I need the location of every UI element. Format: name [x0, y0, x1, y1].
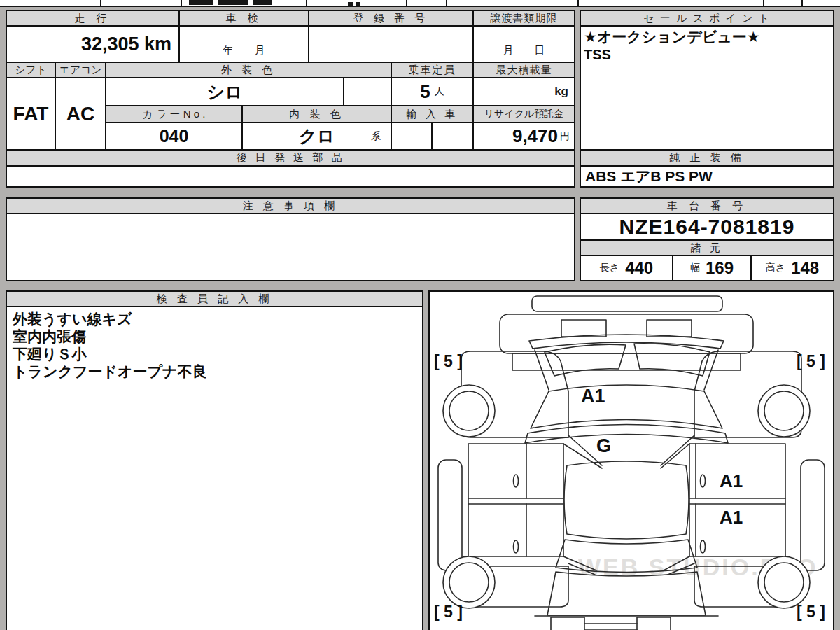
- exterior-color-header: 外 装 色: [106, 63, 392, 78]
- spec-width-cell: 幅 169: [673, 256, 752, 280]
- auction-sheet-page: 走 行 車 検 登 録 番 号 譲渡書類期限 32,305 km 年 月 月 日…: [0, 0, 840, 630]
- mileage-header: 走 行: [7, 11, 180, 27]
- color-no-value: 040: [106, 123, 243, 150]
- capacity-header: 乗車定員: [392, 63, 474, 78]
- genuine-equipment-value: ABS エアB PS PW: [581, 167, 833, 186]
- color-no-header: カ ラ ー N o .: [106, 106, 243, 123]
- caution-body: [7, 214, 574, 280]
- divider: [181, 0, 182, 7]
- inspector-notes-body: 外装うすい線キズ 室内内張傷 下廻りＳ小 トランクフードオープナ不良: [7, 307, 422, 630]
- spec-width-label: 幅: [690, 262, 700, 274]
- spec-length-value: 440: [625, 258, 653, 278]
- sales-point-table: セ ー ル ス ポ イ ン ト ★オークションデビュー★ TSS 純 正 装 備…: [580, 10, 834, 188]
- transfer-deadline-header: 譲渡書類期限: [474, 11, 574, 27]
- divider: [763, 0, 764, 7]
- import-header: 輸 入 車: [392, 106, 474, 123]
- inspection-value: 年 月: [180, 27, 309, 63]
- later-parts-header: 後 日 発 送 部 品: [7, 150, 574, 167]
- spec-height-cell: 高さ 148: [752, 256, 833, 280]
- inspector-notes-header: 検 査 員 記 入 欄: [7, 292, 422, 307]
- mileage-value: 32,305 km: [7, 27, 180, 63]
- cowl-damage-label: G: [596, 437, 611, 456]
- rear-door-damage-label: A1: [720, 508, 743, 526]
- chassis-number-header: 車 台 番 号: [581, 199, 833, 214]
- inspector-notes-panel: 検 査 員 記 入 欄 外装うすい線キズ 室内内張傷 下廻りＳ小 トランクフード…: [6, 290, 424, 630]
- cutoff-text-fragment: [218, 0, 248, 5]
- import-value-cell-2: [433, 123, 474, 150]
- later-parts-value: [7, 167, 574, 186]
- cutoff-text-fragment: [189, 0, 213, 5]
- exterior-color-value: シロ: [106, 78, 344, 106]
- sales-point-line: TSS: [584, 46, 830, 63]
- aircon-value: AC: [56, 78, 106, 150]
- capacity-unit: 人: [435, 85, 444, 98]
- recycle-number: 9,470: [512, 125, 558, 147]
- divider: [802, 0, 803, 7]
- chassis-spec-table: 車 台 番 号 NZE164-7081819 諸 元 長さ 440 幅 169 …: [580, 197, 834, 281]
- sales-point-header: セ ー ル ス ポ イ ン ト: [581, 11, 833, 27]
- divider: [100, 0, 102, 7]
- divider: [306, 0, 307, 7]
- hood-damage-label: A1: [581, 387, 606, 406]
- caution-table: 注 意 事 項 欄: [6, 197, 575, 281]
- registration-header: 登 録 番 号: [309, 11, 474, 27]
- spec-height-value: 148: [791, 258, 819, 278]
- car-outline-drawing: [430, 292, 833, 630]
- chassis-number-value: NZE164-7081819: [581, 214, 833, 241]
- exterior-color-extra-cell: [344, 78, 392, 106]
- inspector-note-line: 外装うすい線キズ: [13, 310, 416, 328]
- spec-height-label: 高さ: [766, 262, 785, 274]
- inspection-header: 車 検: [180, 11, 309, 27]
- capacity-value: 5 人: [392, 78, 474, 106]
- sales-point-line: ★オークションデビュー★: [584, 27, 830, 46]
- front-door-damage-label: A1: [720, 472, 743, 490]
- divider: [446, 0, 447, 7]
- spec-width-value: 169: [706, 258, 734, 278]
- interior-color-name: クロ: [299, 125, 335, 148]
- inspector-note-line: トランクフードオープナ不良: [13, 363, 416, 380]
- spec-length-cell: 長さ 440: [581, 256, 673, 280]
- corner-score-bottom-right: [ 5 ]: [797, 604, 825, 620]
- corner-score-top-right: [ 5 ]: [797, 354, 825, 370]
- divider: [578, 0, 579, 7]
- cutoff-text-fragment: [348, 2, 353, 6]
- damage-diagram-panel: WEB STUDIO.PRO: [428, 290, 834, 630]
- interior-color-suffix: 系: [371, 130, 381, 143]
- inspector-note-line: 下廻りＳ小: [13, 345, 416, 363]
- recycle-value: 9,470 円: [474, 123, 574, 150]
- recycle-header: リサイクル預託金: [474, 106, 574, 123]
- corner-score-top-left: [ 5 ]: [434, 354, 463, 370]
- shift-value: FAT: [7, 78, 56, 150]
- interior-color-value: クロ 系: [243, 123, 392, 150]
- registration-value: [309, 27, 474, 63]
- cutoff-text-fragment: [253, 0, 272, 5]
- sales-point-body: ★オークションデビュー★ TSS: [581, 27, 833, 150]
- transfer-deadline-value: 月 日: [474, 27, 574, 63]
- recycle-unit: 円: [560, 130, 570, 143]
- aircon-header: エアコン: [56, 63, 106, 78]
- spec-length-label: 長さ: [600, 262, 620, 274]
- cutoff-text-fragment: [356, 2, 360, 6]
- vehicle-info-table: 走 行 車 検 登 録 番 号 譲渡書類期限 32,305 km 年 月 月 日…: [6, 10, 575, 188]
- divider: [406, 0, 407, 7]
- genuine-equipment-header: 純 正 装 備: [581, 150, 833, 167]
- corner-score-bottom-left: [ 5 ]: [434, 604, 463, 620]
- truncated-top-row: [0, 0, 840, 7]
- caution-header: 注 意 事 項 欄: [7, 199, 574, 214]
- shift-header: シフト: [7, 63, 56, 78]
- specs-header: 諸 元: [581, 241, 833, 256]
- capacity-number: 5: [420, 81, 430, 103]
- maxload-header: 最大積載量: [474, 63, 574, 78]
- import-value-cell-1: [392, 123, 433, 150]
- inspector-note-line: 室内内張傷: [13, 328, 416, 345]
- interior-color-header: 内 装 色: [243, 106, 392, 123]
- maxload-value: kg: [474, 78, 574, 106]
